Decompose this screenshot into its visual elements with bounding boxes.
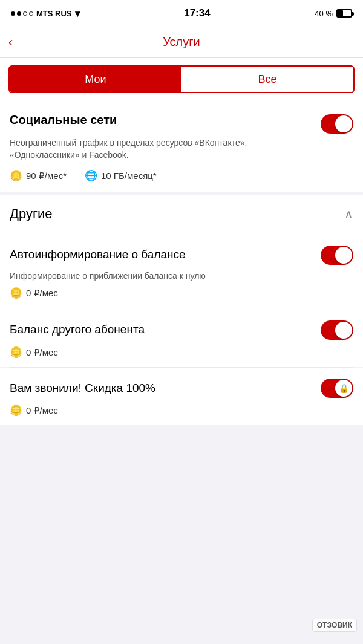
social-networks-meta: 🪙 90 ₽/мес* 🌐 10 ГБ/месяц* (10, 169, 353, 182)
social-networks-toggle[interactable] (321, 114, 353, 134)
battery-fill (338, 10, 343, 16)
price-item: 🪙 90 ₽/мес* (10, 169, 67, 182)
price-label: 90 ₽/мес* (26, 171, 67, 181)
watermark: OTЗOBИК (312, 619, 357, 632)
status-time: 17:34 (184, 7, 210, 19)
wifi-icon: ▾ (75, 8, 80, 19)
tab-moi[interactable]: Мои (10, 67, 182, 92)
toggle-knob (335, 115, 352, 132)
section-other-header[interactable]: Другие ∧ (0, 195, 363, 233)
call-discount-header: Вам звонили! Скидка 100% 🔒 (10, 379, 353, 398)
social-networks-card: Социальные сети Неограниченный трафик в … (0, 102, 363, 195)
dot-3 (23, 11, 27, 16)
price-icon-auto: 🪙 (10, 287, 22, 299)
toggle-knob-locked: 🔒 (335, 380, 352, 397)
balance-other-row: Баланс другого абонента 🪙 0 ₽/мес (0, 308, 363, 367)
section-other-title: Другие (10, 206, 52, 222)
tab-switcher: Мои Все (8, 65, 355, 93)
balance-other-title: Баланс другого абонента (10, 323, 313, 336)
call-discount-title: Вам звонили! Скидка 100% (10, 382, 313, 395)
battery-icon (336, 9, 352, 18)
traffic-label: 10 ГБ/месяц* (101, 171, 157, 181)
price-icon-balance: 🪙 (10, 346, 22, 359)
signal-dots (11, 11, 33, 16)
balance-other-header: Баланс другого абонента (10, 319, 353, 340)
auto-info-row: Автоинформирование о балансе Информирова… (0, 233, 363, 308)
balance-other-price-label: 0 ₽/мес (26, 347, 58, 358)
back-button[interactable]: ‹ (8, 34, 13, 50)
social-networks-header: Социальные сети (10, 113, 353, 134)
dot-1 (11, 11, 15, 16)
dot-2 (17, 11, 21, 16)
call-discount-price: 🪙 0 ₽/мес (10, 404, 353, 417)
tab-container: Мои Все (0, 58, 363, 102)
carrier-label: MTS RUS (36, 9, 72, 18)
call-discount-toggle[interactable]: 🔒 (321, 379, 353, 398)
price-icon: 🪙 (10, 169, 22, 182)
call-discount-row: Вам звонили! Скидка 100% 🔒 🪙 0 ₽/мес (0, 368, 363, 425)
nav-bar: ‹ Услуги (0, 27, 363, 58)
status-right: 40 % (315, 9, 352, 18)
price-icon-call: 🪙 (10, 404, 22, 417)
auto-info-price-label: 0 ₽/мес (26, 288, 58, 299)
social-networks-title: Социальные сети (10, 113, 313, 127)
dot-4 (29, 11, 33, 16)
chevron-up-icon: ∧ (344, 207, 353, 221)
toggle-knob-balance (335, 322, 352, 339)
auto-info-price: 🪙 0 ₽/мес (10, 287, 353, 299)
balance-other-price: 🪙 0 ₽/мес (10, 346, 353, 359)
tab-vse[interactable]: Все (182, 67, 353, 92)
auto-info-toggle[interactable] (321, 246, 353, 265)
battery-percent: 40 % (315, 9, 333, 18)
page-title: Услуги (163, 35, 200, 49)
call-discount-price-label: 0 ₽/мес (26, 405, 58, 416)
lock-icon: 🔒 (339, 383, 349, 393)
status-left: MTS RUS ▾ (11, 8, 80, 19)
toggle-knob-auto (335, 247, 352, 264)
traffic-item: 🌐 10 ГБ/месяц* (85, 169, 157, 182)
auto-info-header: Автоинформирование о балансе (10, 244, 353, 265)
auto-info-title: Автоинформирование о балансе (10, 248, 313, 261)
status-bar: MTS RUS ▾ 17:34 40 % (0, 0, 363, 27)
social-networks-desc: Неограниченный трафик в пределах ресурсо… (10, 137, 353, 161)
auto-info-desc: Информирование о приближении баланса к н… (10, 271, 353, 281)
globe-icon: 🌐 (85, 169, 97, 182)
balance-other-toggle[interactable] (321, 320, 353, 340)
